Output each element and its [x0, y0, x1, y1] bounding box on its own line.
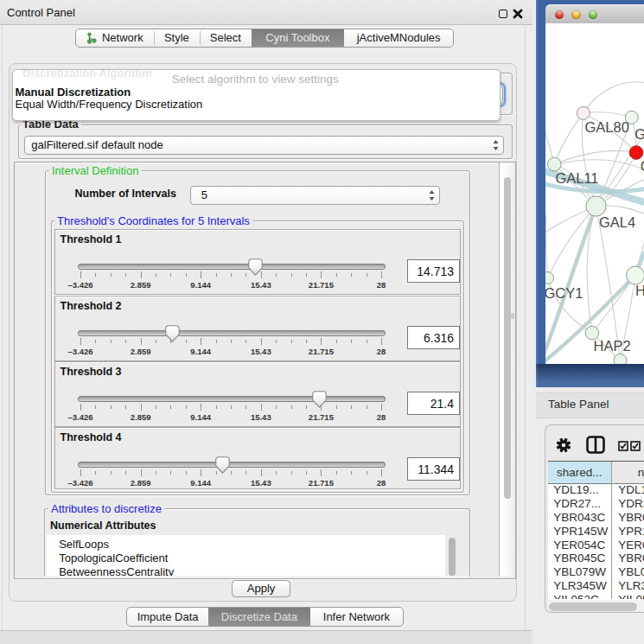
- svg-text:GA: GA: [634, 126, 644, 142]
- svg-text:H: H: [635, 283, 644, 298]
- svg-text:HAP2: HAP2: [594, 337, 631, 353]
- svg-text:GAL11: GAL11: [555, 170, 598, 186]
- svg-text:GAL80: GAL80: [585, 119, 629, 135]
- svg-text:GAL4: GAL4: [599, 214, 635, 229]
- svg-text:C: C: [641, 158, 644, 174]
- svg-text:GCY1: GCY1: [545, 285, 583, 301]
